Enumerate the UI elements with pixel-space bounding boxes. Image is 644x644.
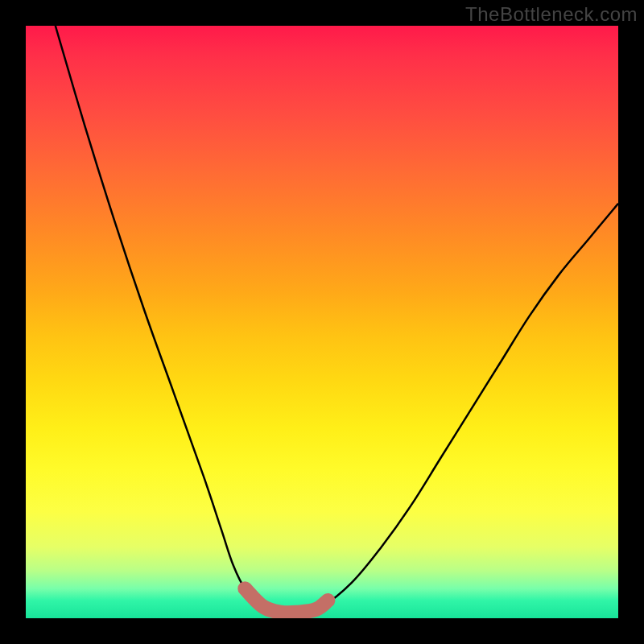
watermark-text: TheBottleneck.com — [465, 3, 638, 26]
bottleneck-curve-path — [56, 26, 618, 613]
chart-svg — [26, 26, 618, 618]
chart-frame: TheBottleneck.com — [0, 0, 644, 644]
optimal-marker-path — [245, 588, 328, 613]
plot-area — [26, 26, 618, 618]
